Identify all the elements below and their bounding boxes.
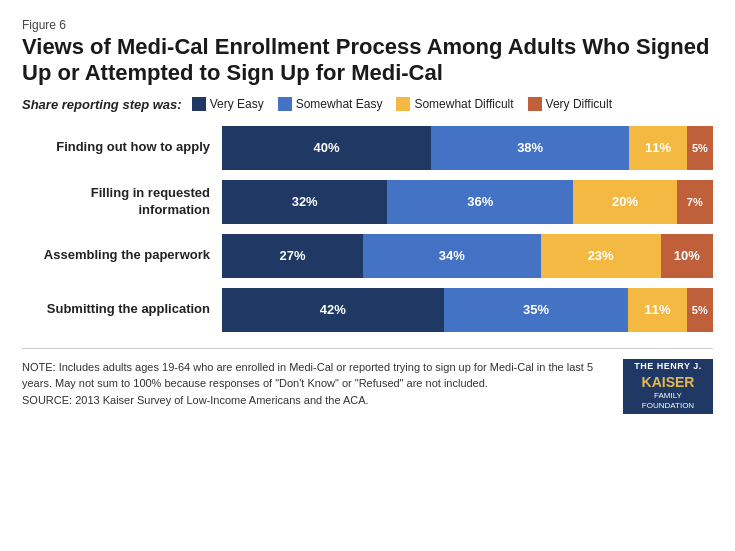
bar-segment-somewhat-difficult-2: 23% [541,234,661,278]
chart-area: Finding out how to apply40%38%11%5%Filli… [22,126,713,332]
legend-item-very-easy: Very Easy [192,97,264,111]
logo-mid: KAISER [642,373,695,391]
legend-item-very-difficult: Very Difficult [528,97,612,111]
legend-label-very-difficult: Very Difficult [546,97,612,111]
bar-segment-somewhat-easy-1: 36% [387,180,573,224]
legend-color-somewhat-difficult [396,97,410,111]
legend-color-very-easy [192,97,206,111]
bar-label-2: Assembling the paperwork [22,247,222,264]
bar-segment-very-difficult-2: 10% [661,234,713,278]
bar-segment-somewhat-difficult-1: 20% [573,180,676,224]
bar-segment-very-easy-2: 27% [222,234,363,278]
note-text: NOTE: Includes adults ages 19-64 who are… [22,359,602,409]
bar-segment-very-easy-3: 42% [222,288,444,332]
bar-segment-very-difficult-0: 5% [687,126,713,170]
bar-segment-very-difficult-3: 5% [687,288,713,332]
legend-items: Very EasySomewhat EasySomewhat Difficult… [192,97,612,111]
bar-label-0: Finding out how to apply [22,139,222,156]
bar-segment-somewhat-difficult-0: 11% [629,126,686,170]
bar-segment-somewhat-easy-0: 38% [431,126,630,170]
bar-row-1: Filling in requested information32%36%20… [22,180,713,224]
bar-row-2: Assembling the paperwork27%34%23%10% [22,234,713,278]
logo: THE HENRY J. KAISER FAMILY FOUNDATION [623,359,713,414]
bar-label-3: Submitting the application [22,301,222,318]
chart-title: Views of Medi-Cal Enrollment Process Amo… [22,34,713,87]
legend-item-somewhat-easy: Somewhat Easy [278,97,383,111]
source: SOURCE: 2013 Kaiser Survey of Low-Income… [22,394,369,406]
logo-top: THE HENRY J. [634,361,702,373]
logo-bot: FAMILY FOUNDATION [642,391,694,412]
bar-label-1: Filling in requested information [22,185,222,219]
legend-label-somewhat-easy: Somewhat Easy [296,97,383,111]
legend-share-label: Share reporting step was: [22,97,182,112]
bar-segment-somewhat-easy-2: 34% [363,234,541,278]
legend-label-very-easy: Very Easy [210,97,264,111]
legend-color-somewhat-easy [278,97,292,111]
bar-segment-very-difficult-1: 7% [677,180,713,224]
bar-row-3: Submitting the application42%35%11%5% [22,288,713,332]
figure-label: Figure 6 [22,18,713,32]
bar-segment-very-easy-1: 32% [222,180,387,224]
bar-segment-somewhat-difficult-3: 11% [628,288,686,332]
legend-item-somewhat-difficult: Somewhat Difficult [396,97,513,111]
bar-container-0: 40%38%11%5% [222,126,713,170]
note: NOTE: Includes adults ages 19-64 who are… [22,361,593,390]
bar-segment-somewhat-easy-3: 35% [444,288,629,332]
note-section: NOTE: Includes adults ages 19-64 who are… [22,348,713,414]
legend-row: Share reporting step was: Very EasySomew… [22,97,713,112]
legend-label-somewhat-difficult: Somewhat Difficult [414,97,513,111]
bar-segment-very-easy-0: 40% [222,126,431,170]
bar-container-3: 42%35%11%5% [222,288,713,332]
bar-container-1: 32%36%20%7% [222,180,713,224]
bar-container-2: 27%34%23%10% [222,234,713,278]
legend-color-very-difficult [528,97,542,111]
bar-row-0: Finding out how to apply40%38%11%5% [22,126,713,170]
